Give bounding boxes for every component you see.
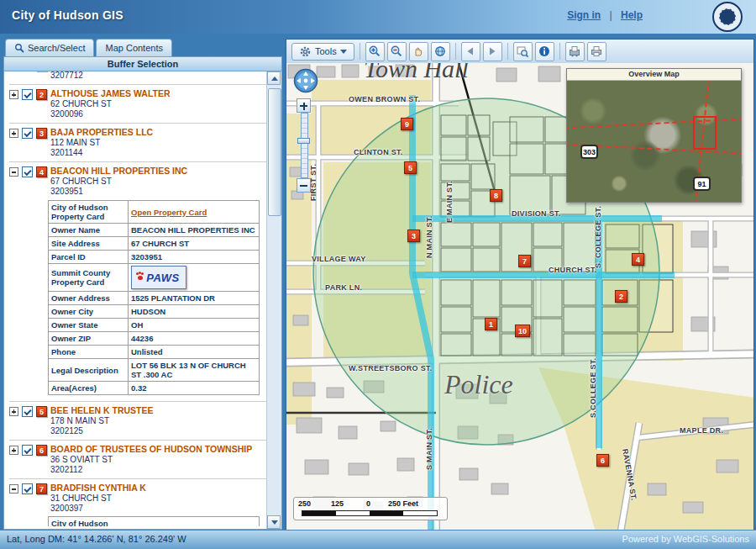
card-field-label: Site Address [49, 237, 129, 251]
tools-menu-button[interactable]: Tools [291, 43, 354, 61]
result-address: 112 MAIN ST [50, 138, 153, 147]
result-address: 31 CHURCH ST [50, 494, 146, 503]
map-toolbar: Tools [286, 40, 753, 64]
zoom-in-button[interactable] [365, 42, 385, 61]
result-name[interactable]: BOARD OF TRUSTEES OF HUDSON TOWNSHIP [50, 444, 252, 454]
overview-extent-rectangle[interactable] [693, 116, 717, 150]
zoom-window-button[interactable] [513, 42, 533, 61]
map-marker-9[interactable]: 9 [401, 118, 413, 130]
map-marker-4[interactable]: 4 [632, 253, 644, 266]
results-scrollbar[interactable] [266, 71, 281, 529]
expand-toggle[interactable] [9, 407, 18, 416]
collapse-toggle[interactable] [9, 484, 18, 494]
result-name[interactable]: BAJA PROPERTIES LLC [50, 127, 153, 137]
expand-toggle[interactable] [9, 129, 18, 138]
result-parcel: 3203951 [50, 187, 187, 196]
table-row: Site Address 67 CHURCH ST [49, 237, 260, 251]
card-field-value: 44236 [129, 332, 260, 346]
overview-map[interactable]: Overview Map 303 91 [566, 68, 742, 203]
printer-icon [590, 45, 603, 58]
result-checkbox[interactable] [22, 445, 33, 456]
result-checkbox[interactable] [22, 128, 33, 139]
pan-button[interactable] [409, 42, 428, 61]
map-marker-7[interactable]: 7 [518, 255, 531, 267]
zoom-slider-out-button[interactable] [297, 178, 311, 193]
export-map-button[interactable] [565, 42, 585, 61]
result-address: 36 S OVIATT ST [50, 455, 252, 464]
print-button[interactable] [587, 42, 606, 61]
collapse-toggle[interactable] [9, 167, 18, 177]
gear-icon [299, 45, 312, 58]
next-extent-button[interactable] [483, 42, 502, 61]
arrow-left-icon [464, 45, 477, 58]
result-number-badge: 7 [36, 483, 47, 494]
result-checkbox[interactable] [22, 483, 33, 494]
scale-label: 125 [331, 499, 344, 508]
panel-tabs: Search/Select Map Contents [3, 39, 282, 56]
full-extent-button[interactable] [431, 42, 450, 61]
result-name[interactable]: ALTHOUSE JAMES WALTER [50, 88, 171, 98]
table-row: Phone Unlisted [49, 346, 260, 359]
result-name[interactable]: BEE HELEN K TRUSTEE [50, 405, 154, 415]
sign-in-link[interactable]: Sign in [567, 9, 601, 21]
zoom-slider-thumb[interactable] [297, 138, 310, 144]
identify-button[interactable] [535, 42, 554, 61]
tools-label: Tools [315, 46, 337, 56]
street-label: DIVISION ST. [512, 209, 561, 218]
scale-bar-segments [302, 510, 438, 516]
chevron-down-icon [340, 50, 347, 54]
paw-icon [138, 276, 143, 280]
map-marker-5[interactable]: 5 [404, 161, 417, 174]
result-name[interactable]: BRADFISH CYNTHIA K [50, 483, 146, 493]
scroll-down-button[interactable] [267, 515, 281, 529]
map-marker-3[interactable]: 3 [407, 230, 420, 242]
street-label: S.COLLEGE ST. [589, 358, 597, 418]
map-marker-1[interactable]: 1 [485, 318, 497, 330]
scale-label: 250 Feet [388, 499, 418, 508]
result-address: 178 N MAIN ST [50, 416, 154, 425]
result-address: 62 CHURCH ST [50, 99, 171, 108]
property-card-table: City of Hudson Property Card Open Proper… [48, 200, 260, 395]
result-number-badge: 4 [36, 166, 47, 177]
results-list: 7 E MAIN ST 3207712 2 ALTHOUSE JAMES WAL… [4, 71, 267, 529]
map-marker-8[interactable]: 8 [490, 189, 502, 202]
card-field-label: City of Hudson Property Card [49, 201, 129, 224]
map-marker-10[interactable]: 10 [515, 325, 530, 337]
map-marker-6[interactable]: 6 [596, 454, 609, 467]
street-label: CHURCH ST. [549, 266, 597, 274]
open-property-card-link[interactable]: Open Property Card [131, 208, 207, 217]
table-row: Area(Acres) 0.32 [49, 382, 260, 395]
card-field-value: BEACON HILL PROPERTIES INC [129, 224, 260, 237]
help-link[interactable]: Help [621, 9, 643, 21]
card-field-value: 0.32 [129, 382, 260, 395]
arrow-down-icon [271, 520, 278, 525]
scroll-up-button[interactable] [267, 71, 281, 85]
result-checkbox[interactable] [22, 89, 33, 100]
previous-extent-button[interactable] [461, 42, 480, 61]
expand-toggle[interactable] [9, 90, 18, 99]
table-row: Legal Description LOT 56 BLK 13 N OF CHU… [49, 359, 260, 382]
overview-map-imagery[interactable]: 303 91 [567, 81, 741, 202]
zoom-out-button[interactable] [387, 42, 407, 61]
expand-toggle[interactable] [9, 446, 18, 455]
result-parcel: 3201144 [50, 148, 153, 157]
card-field-label: Owner State [49, 319, 129, 332]
header-links: Sign in | Help [567, 9, 643, 21]
table-row: Owner City HUDSON [49, 305, 260, 319]
scrollbar-thumb[interactable] [268, 88, 281, 216]
result-name[interactable]: BEACON HILL PROPERTIES INC [50, 166, 187, 176]
result-checkbox[interactable] [22, 406, 33, 417]
pan-compass-control[interactable] [293, 68, 318, 93]
zoom-slider-in-button[interactable] [297, 98, 311, 113]
paws-logo[interactable]: PAWS [131, 266, 186, 289]
list-item: 5 BEE HELEN K TRUSTEE 178 N MAIN ST 3202… [9, 402, 267, 441]
map-canvas[interactable]: Town Hall Police OWEN BROWN ST. CLINTON … [286, 63, 753, 531]
street-label: N MAIN ST. [425, 215, 433, 258]
tab-search-select[interactable]: Search/Select [5, 39, 94, 56]
zoom-slider-control [297, 98, 312, 193]
powered-by-text: Powered by WebGIS-Solutions [622, 534, 749, 544]
zoom-slider-track[interactable] [301, 113, 308, 178]
result-checkbox[interactable] [22, 166, 33, 177]
tab-map-contents[interactable]: Map Contents [96, 39, 171, 56]
map-marker-2[interactable]: 2 [615, 290, 627, 303]
